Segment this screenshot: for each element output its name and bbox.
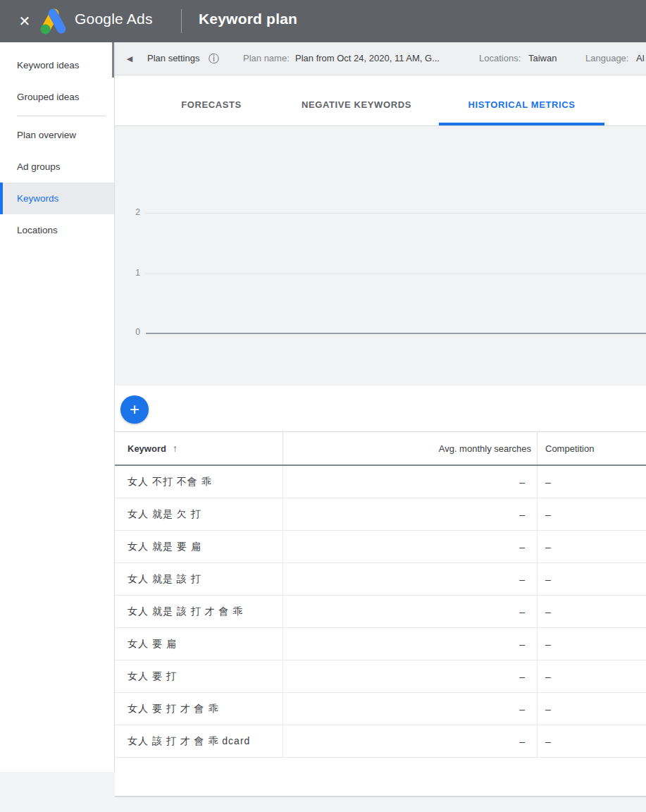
competition-cell: – [538,693,646,725]
competition-cell: – [538,466,646,498]
avg-monthly-searches-cell: – [283,498,538,530]
plus-icon: + [130,400,139,419]
table-header-row: Keyword ↑ Avg. monthly searches Competit… [115,431,646,466]
chart-gridline [146,273,646,274]
keyword-cell: 女人 要 扁 [115,628,283,660]
sidebar-item-keywords[interactable]: Keywords [0,183,114,214]
y-axis-tick-label: 2 [115,207,140,217]
sidebar-item-label: Grouped ideas [17,92,80,102]
chart-gridline [146,213,646,214]
brand-name: Google Ads [75,11,153,27]
column-header-label: Keyword [128,443,166,454]
keyword-cell: 女人 就是 該 打 才 會 乖 [115,596,283,627]
table-row[interactable]: 女人 要 打 才 會 乖 – – [115,693,646,725]
chart-baseline [146,333,646,334]
tab-negative-keywords[interactable]: NEGATIVE KEYWORDS [279,75,434,125]
column-header-competition[interactable]: Competition [538,432,646,465]
competition-cell: – [538,563,646,595]
avg-monthly-searches-cell: – [283,531,538,562]
keyword-cell: 女人 就是 要 扁 [115,531,283,562]
back-arrow-icon[interactable]: ◀ [120,42,139,75]
sidebar-item-label: Ad groups [17,161,61,172]
plan-name-label: Plan name: [243,42,290,75]
tab-bar: FORECASTS NEGATIVE KEYWORDS HISTORICAL M… [115,75,646,126]
table-row[interactable]: 女人 就是 該 打 – – [115,563,646,596]
sort-ascending-icon: ↑ [173,443,178,454]
language-label: Language: [585,42,628,75]
avg-monthly-searches-cell: – [283,563,538,595]
avg-monthly-searches-cell: – [283,466,538,498]
competition-cell: – [538,628,646,660]
info-icon[interactable]: ⓘ [209,42,219,75]
keyword-cell: 女人 該 打 才 會 乖 dcard [115,725,283,757]
table-row[interactable]: 女人 不打 不會 乖 – – [115,466,646,498]
tab-historical-metrics[interactable]: HISTORICAL METRICS [439,75,604,125]
sidebar-item-label: Plan overview [17,130,76,140]
sidebar: Keyword ideas Grouped ideas Plan overvie… [0,42,115,772]
sidebar-item-plan-overview[interactable]: Plan overview [0,119,114,151]
column-header-avg-monthly-searches[interactable]: Avg. monthly searches [283,432,538,465]
plan-name-value[interactable]: Plan from Oct 24, 2020, 11 AM, G... [295,42,440,75]
google-ads-logo-icon [38,7,69,38]
table-row[interactable]: 女人 就是 該 打 才 會 乖 – – [115,596,646,628]
y-axis-tick-label: 0 [115,327,140,337]
table-row[interactable]: 女人 就是 要 扁 – – [115,531,646,563]
sidebar-item-ad-groups[interactable]: Ad groups [0,151,114,183]
locations-value[interactable]: Taiwan [528,42,557,75]
avg-monthly-searches-cell: – [283,693,538,725]
tab-forecasts[interactable]: FORECASTS [148,75,275,125]
sidebar-item-label: Keyword ideas [17,60,80,70]
main-pane: ◀ Plan settings ⓘ Plan name: Plan from O… [115,42,646,797]
add-keywords-button[interactable]: + [120,395,149,424]
competition-cell: – [538,531,646,562]
avg-monthly-searches-cell: – [283,596,538,627]
table-row[interactable]: 女人 該 打 才 會 乖 dcard – – [115,725,646,758]
avg-monthly-searches-cell: – [283,660,538,692]
plan-settings-bar: ◀ Plan settings ⓘ Plan name: Plan from O… [115,42,646,75]
column-header-keyword[interactable]: Keyword ↑ [115,432,283,465]
y-axis-tick-label: 1 [115,268,140,278]
column-header-label: Avg. monthly searches [439,443,531,454]
sidebar-item-label: Locations [17,225,58,235]
keyword-cell: 女人 要 打 [115,660,283,692]
sidebar-divider [0,113,114,119]
keywords-table: Keyword ↑ Avg. monthly searches Competit… [115,431,646,758]
sidebar-item-grouped-ideas[interactable]: Grouped ideas [0,81,114,113]
plan-settings-button[interactable]: Plan settings [147,42,199,75]
sidebar-item-locations[interactable]: Locations [0,214,114,246]
header-divider [181,9,182,33]
column-header-label: Competition [545,443,594,454]
language-value[interactable]: Al [636,42,645,75]
keyword-plan-page: ✕ Google Ads Keyword plan Keyword ideas … [0,0,646,812]
app-header: ✕ Google Ads Keyword plan [0,0,646,42]
table-row[interactable]: 女人 就是 欠 打 – – [115,498,646,531]
competition-cell: – [538,498,646,530]
competition-cell: – [538,725,646,757]
sidebar-item-keyword-ideas[interactable]: Keyword ideas [0,49,114,81]
competition-cell: – [538,596,646,627]
table-row[interactable]: 女人 要 打 – – [115,660,646,693]
page-title: Keyword plan [199,11,297,27]
fab-row: + [115,386,646,431]
avg-monthly-searches-cell: – [283,628,538,660]
historical-metrics-chart: 2 1 0 [115,126,646,386]
keyword-cell: 女人 就是 欠 打 [115,498,283,530]
table-row[interactable]: 女人 要 扁 – – [115,628,646,660]
locations-label: Locations: [479,42,521,75]
keyword-cell: 女人 就是 該 打 [115,563,283,595]
avg-monthly-searches-cell: – [283,725,538,757]
sidebar-item-label: Keywords [17,193,58,204]
close-icon[interactable]: ✕ [16,13,33,30]
keyword-cell: 女人 要 打 才 會 乖 [115,693,283,725]
keyword-cell: 女人 不打 不會 乖 [115,466,283,498]
competition-cell: – [538,660,646,692]
